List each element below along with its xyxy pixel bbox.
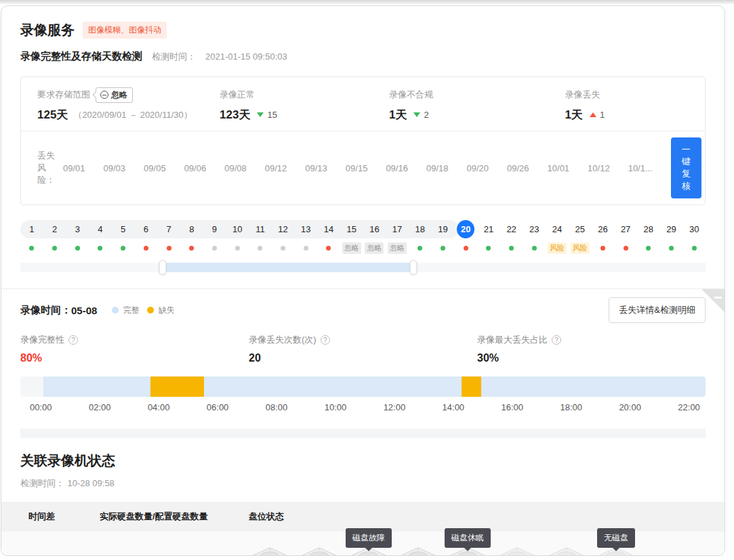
slider-handle-left[interactable] (159, 260, 167, 275)
day-column: 3 (66, 220, 89, 254)
day-column: 12 (272, 220, 295, 254)
timebar-segment-missing (150, 376, 204, 397)
risk-date[interactable]: 09/05 (144, 163, 166, 173)
calendar-day-4[interactable]: 4 (91, 220, 109, 238)
risk-date[interactable]: 09/01 (63, 163, 85, 173)
disk-slot-7-empty[interactable] (546, 545, 588, 556)
risk-date[interactable]: 09/13 (305, 163, 327, 173)
calendar-day-21[interactable]: 21 (480, 220, 497, 238)
calendar-day-6[interactable]: 6 (137, 220, 155, 238)
day-status-dot-ok (486, 246, 491, 251)
recording-time-label: 录像时间： (20, 304, 71, 317)
day-column: 19 (432, 220, 455, 254)
day-column: 23 (523, 220, 546, 254)
calendar-day-7[interactable]: 7 (160, 220, 178, 238)
recording-time-header: 录像时间： 05-08 完整缺失 丢失详情&检测明细 (20, 297, 706, 323)
slider-handle-right[interactable] (410, 260, 417, 275)
calendar-day-15[interactable]: 15 (343, 220, 361, 238)
day-mark (326, 242, 331, 254)
calendar-day-16[interactable]: 16 (365, 220, 383, 238)
calendar-day-11[interactable]: 11 (251, 220, 269, 238)
storage-days-value: 125天 (37, 107, 68, 123)
day-column: 13 (294, 220, 317, 254)
calendar-day-30[interactable]: 30 (685, 220, 703, 238)
ignore-tag[interactable]: 忽略 (96, 87, 133, 103)
disk-slot-3-fault[interactable]: 磁盘故障! (348, 545, 390, 556)
help-icon[interactable]: ? (552, 335, 561, 345)
disk-slot-4-normal[interactable] (397, 545, 439, 556)
calendar-day-24[interactable]: 24 (548, 220, 566, 238)
calendar-day-10[interactable]: 10 (228, 220, 246, 238)
hour-axis-labels: 00:0002:0004:0006:0008:0010:0012:0014:00… (20, 402, 706, 412)
calendar-day-14[interactable]: 14 (320, 220, 338, 238)
risk-date[interactable]: 09/12 (265, 163, 287, 173)
calendar-day-2[interactable]: 2 (46, 220, 64, 238)
day-mark (509, 242, 514, 254)
help-icon[interactable]: ? (321, 335, 330, 345)
calendar-day-27[interactable]: 27 (617, 220, 634, 238)
day-mark (441, 242, 445, 254)
main-panel: 录像服务 图像模糊、图像抖动 录像完整性及存储天数检测 检测时间： 2021-0… (1, 5, 725, 556)
stat-value: 30% (477, 352, 706, 364)
calendar-day-25[interactable]: 25 (571, 220, 589, 238)
recording-noncompliant-delta: 2 (413, 110, 428, 120)
help-icon[interactable]: ? (68, 335, 78, 345)
risk-date[interactable]: 09/26 (507, 163, 529, 173)
recording-normal-delta: 15 (257, 110, 277, 120)
day-mark (281, 242, 285, 254)
hour-label: 20:00 (619, 402, 641, 412)
calendar-day-29[interactable]: 29 (663, 220, 680, 238)
risk-date[interactable]: 09/03 (104, 163, 126, 173)
section-subtitle: 录像完整性及存储天数检测 (20, 50, 142, 63)
calendar-day-8[interactable]: 8 (183, 220, 201, 238)
calendar-day-13[interactable]: 13 (297, 220, 314, 238)
disk-slot-2-normal[interactable] (298, 545, 340, 556)
day-mark (144, 242, 148, 254)
risk-date[interactable]: 09/20 (466, 163, 489, 173)
calendar-day-1[interactable]: 1 (23, 220, 41, 238)
calendar-day-23[interactable]: 23 (525, 220, 543, 238)
risk-date[interactable]: 09/06 (184, 163, 207, 173)
risk-date[interactable]: 10/01 (548, 163, 570, 173)
day-risk-tag: 风险 (548, 242, 567, 254)
calendar-day-18[interactable]: 18 (411, 220, 429, 238)
disk-slot-1-normal[interactable] (249, 545, 291, 556)
day-ignore-tag: 忽略 (365, 242, 384, 254)
loss-detail-button[interactable]: 丢失详情&检测明细 (609, 297, 706, 323)
calendar-day-22[interactable]: 22 (503, 220, 521, 238)
trend-up-icon (590, 112, 596, 117)
calendar-day-19[interactable]: 19 (434, 220, 452, 238)
hour-label: 10:00 (325, 402, 347, 412)
risk-date[interactable]: 09/15 (346, 163, 368, 173)
disk-slot-6-empty[interactable] (496, 545, 538, 556)
legend-label: 完整 (123, 305, 139, 316)
risk-date[interactable]: 10/12 (588, 163, 610, 173)
day-column: 27 (614, 220, 637, 254)
risk-date[interactable]: 09/16 (386, 163, 408, 173)
legend-label: 缺失 (158, 305, 174, 316)
disk-icon (397, 545, 439, 556)
recording-lost-label: 录像丢失 (565, 89, 600, 101)
calendar-day-28[interactable]: 28 (640, 220, 657, 238)
calendar-day-17[interactable]: 17 (388, 220, 406, 238)
day-mark (75, 242, 80, 254)
recheck-button[interactable]: 一键复核 (671, 137, 701, 198)
risk-date[interactable]: 09/08 (224, 163, 247, 173)
calendar-day-20[interactable]: 20 (457, 220, 474, 238)
hour-label: 06:00 (207, 402, 229, 412)
calendar-day-9[interactable]: 9 (205, 220, 223, 238)
slider-selection[interactable] (163, 263, 413, 272)
risk-date[interactable]: 10/1... (628, 163, 653, 173)
calendar-day-12[interactable]: 12 (274, 220, 292, 238)
recorder-check-time-row: 检测时间： 10-28 09:58 (20, 477, 706, 490)
risk-date[interactable]: 09/18 (426, 163, 449, 173)
calendar-day-3[interactable]: 3 (68, 220, 86, 238)
recorder-check-time-label: 检测时间： (20, 478, 64, 488)
disk-slot-5-sleep[interactable]: 磁盘休眠☾ (447, 545, 489, 556)
stat-recording-noncompliant: 录像不合规 1天 2 (389, 88, 565, 123)
timebar-segment-complete (43, 376, 150, 397)
calendar-day-5[interactable]: 5 (115, 220, 132, 238)
calendar-day-26[interactable]: 26 (594, 220, 611, 238)
disk-slot-8-empty[interactable]: 无磁盘 (595, 545, 637, 556)
day-ignore-tag: 忽略 (388, 242, 407, 254)
